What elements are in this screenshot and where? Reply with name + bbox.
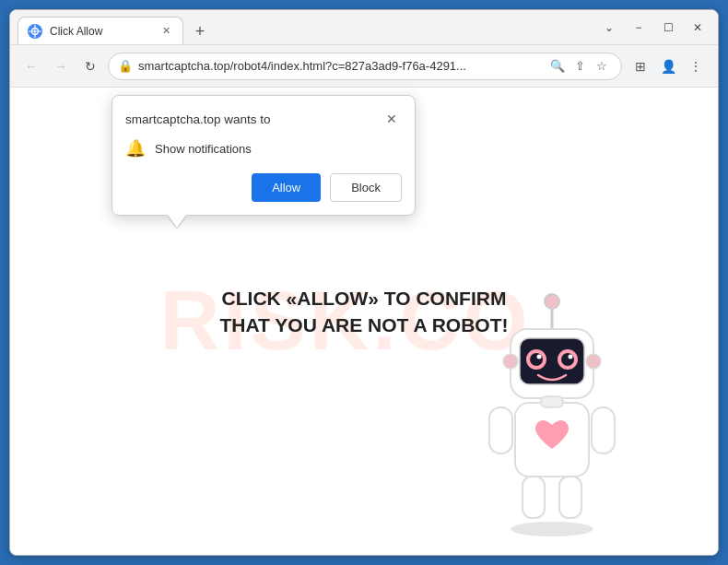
tab-title: Click Allow xyxy=(50,25,151,38)
speech-bubble-tail xyxy=(168,215,186,228)
url-text: smartcaptcha.top/robot4/index.html?c=827… xyxy=(138,59,542,73)
forward-button[interactable]: → xyxy=(49,54,73,78)
popup-buttons: Allow Block xyxy=(125,173,402,202)
title-bar: Click Allow ✕ + ⌄ − ☐ ✕ xyxy=(10,10,718,45)
bookmark-icon[interactable]: ☆ xyxy=(592,56,612,77)
url-bar[interactable]: 🔒 smartcaptcha.top/robot4/index.html?c=8… xyxy=(108,53,622,80)
share-icon[interactable]: ⇧ xyxy=(569,56,590,77)
close-button[interactable]: ✕ xyxy=(685,15,710,41)
popup-header: smartcaptcha.top wants to ✕ xyxy=(125,109,402,129)
notification-popup: smartcaptcha.top wants to ✕ 🔔 Show notif… xyxy=(112,95,416,216)
allow-button[interactable]: Allow xyxy=(252,173,321,202)
block-button[interactable]: Block xyxy=(330,173,402,202)
window-controls: ⌄ − ☐ ✕ xyxy=(596,15,710,41)
menu-icon[interactable]: ⋮ xyxy=(683,53,709,79)
minimize-button[interactable]: − xyxy=(626,15,652,41)
browser-window: Click Allow ✕ + ⌄ − ☐ ✕ ← → ↻ 🔒 smartcap… xyxy=(9,9,719,556)
toolbar-icons: ⊞ 👤 ⋮ xyxy=(628,53,709,79)
popup-close-button[interactable]: ✕ xyxy=(382,109,402,129)
lock-icon: 🔒 xyxy=(118,59,133,73)
page-content: RISK.CO smartcaptcha.top wants to ✕ 🔔 Sh… xyxy=(10,88,718,555)
active-tab[interactable]: Click Allow ✕ xyxy=(18,17,183,44)
popup-title: smartcaptcha.top wants to xyxy=(125,112,271,126)
extensions-icon[interactable]: ⊞ xyxy=(628,53,653,79)
tab-close-button[interactable]: ✕ xyxy=(159,24,173,39)
captcha-text: CLICK «ALLOW» TO CONFIRM THAT YOU ARE NO… xyxy=(207,286,521,338)
bell-icon: 🔔 xyxy=(125,138,146,159)
popup-notification-row: 🔔 Show notifications xyxy=(125,138,402,159)
profile-icon[interactable]: 👤 xyxy=(655,53,681,79)
tab-area: Click Allow ✕ + xyxy=(18,10,596,44)
chevron-down-button[interactable]: ⌄ xyxy=(596,15,622,41)
back-button[interactable]: ← xyxy=(19,54,43,78)
tab-favicon xyxy=(28,24,42,39)
new-tab-button[interactable]: + xyxy=(187,18,213,44)
notification-label: Show notifications xyxy=(155,142,252,156)
refresh-button[interactable]: ↻ xyxy=(78,54,102,78)
search-icon[interactable]: 🔍 xyxy=(547,56,568,77)
maximize-button[interactable]: ☐ xyxy=(655,15,681,41)
url-icons: 🔍 ⇧ ☆ xyxy=(547,56,612,77)
address-bar: ← → ↻ 🔒 smartcaptcha.top/robot4/index.ht… xyxy=(10,45,718,88)
